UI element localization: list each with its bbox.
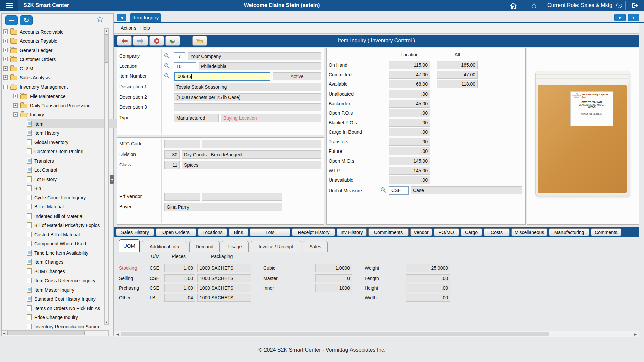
- sidebar-item-transfers[interactable]: Transfers: [27, 156, 127, 165]
- tab-costs[interactable]: Costs: [484, 228, 510, 236]
- refresh-button[interactable]: ↻: [20, 15, 33, 25]
- document-icon: [27, 213, 32, 219]
- location-code-input[interactable]: 10: [174, 62, 196, 70]
- expander-icon[interactable]: +: [3, 29, 8, 34]
- tab-item-inquiry[interactable]: Item Inquiry: [130, 13, 161, 22]
- tab-commitments[interactable]: Commitments: [368, 228, 409, 236]
- subtab-invoice-receipt[interactable]: Invoice / Receipt: [251, 241, 301, 252]
- sidebar-favorite-icon[interactable]: ☆: [96, 14, 104, 24]
- tab-open-orders[interactable]: Open Orders: [156, 228, 196, 236]
- expander-icon[interactable]: +: [13, 103, 18, 108]
- sidebar-item-item[interactable]: Item: [27, 119, 126, 128]
- sidebar-item-bom-price-qty-explosion[interactable]: Bill of Material Price/Qty Explos: [27, 221, 127, 230]
- subtab-demand[interactable]: Demand: [189, 241, 220, 252]
- sidebar-item-file-maintenance[interactable]: +File Maintenance: [13, 92, 114, 101]
- sidebar-item-standard-cost-history-inquiry[interactable]: Standard Cost History Inquiry: [27, 294, 127, 303]
- sidebar-item-customer-item-pricing[interactable]: Customer / Item Pricing: [27, 147, 127, 156]
- tab-inv-history[interactable]: Inv History: [337, 228, 367, 236]
- sidebar-item-item-cross-reference-inquiry[interactable]: Item Cross Reference Inquiry: [27, 276, 127, 285]
- sidebar-item-bill-of-material[interactable]: Bill of Material: [27, 202, 127, 211]
- logout-icon[interactable]: [629, 2, 641, 9]
- expander-icon[interactable]: +: [3, 66, 8, 71]
- menu-help[interactable]: Help: [140, 25, 150, 31]
- tab-bins[interactable]: Bins: [229, 228, 248, 236]
- item-search-icon[interactable]: [164, 73, 170, 79]
- sidebar-item-items-on-orders-no-pick-bin[interactable]: Items on Orders No Pick Bin As: [27, 304, 127, 313]
- sidebar-item-customer-orders[interactable]: +Customer Orders: [3, 55, 104, 64]
- home-icon[interactable]: [507, 2, 519, 9]
- tree-vertical-scrollbar[interactable]: [104, 33, 109, 320]
- tab-locations[interactable]: Locations: [198, 228, 227, 236]
- expander-icon[interactable]: +: [3, 48, 8, 52]
- label-fine-print: [573, 109, 610, 112]
- expander-icon[interactable]: +: [3, 39, 8, 43]
- prev-tab-button[interactable]: ◀: [117, 14, 126, 21]
- expander-icon[interactable]: +: [3, 75, 8, 80]
- tree-scroll-left[interactable]: ◀: [2, 331, 6, 335]
- subtab-additional-info[interactable]: Additional Info: [142, 241, 187, 252]
- menu-button[interactable]: [0, 0, 18, 11]
- sidebar-item-crm[interactable]: +C.R.M.: [3, 64, 104, 73]
- tab-manufacturing[interactable]: Manufacturing: [549, 228, 589, 236]
- sidebar-item-cycle-count-item-inquiry[interactable]: Cycle Count Item Inquiry: [27, 193, 127, 202]
- sidebar-item-sales-analysis[interactable]: +Sales Analysis: [3, 73, 104, 82]
- uom-search-icon[interactable]: [380, 187, 386, 193]
- sidebar-item-time-line-item-availability[interactable]: Time Line Item Availability: [27, 248, 127, 257]
- subtab-sales[interactable]: Sales: [303, 241, 328, 252]
- sidebar-item-item-changes[interactable]: Item Changes: [27, 257, 127, 266]
- tab-miscellaneous[interactable]: Miscellaneous: [511, 228, 547, 236]
- tree-scroll-up[interactable]: ▲: [104, 28, 109, 33]
- prf-vendor-label: Prf Vendor: [119, 194, 142, 199]
- uom-code-input[interactable]: CSE: [389, 186, 409, 195]
- sidebar-item-global-inventory[interactable]: Global Inventory: [27, 138, 127, 147]
- sidebar-item-component-where-used[interactable]: Component Where Used: [27, 239, 127, 248]
- sidebar-item-inventory-management[interactable]: −Inventory Management: [3, 82, 104, 92]
- sidebar-item-bin[interactable]: Bin: [27, 184, 127, 193]
- next-tab-button[interactable]: ▶: [614, 14, 626, 21]
- expander-icon[interactable]: −: [13, 112, 18, 117]
- sidebar-item-item-master-inquiry[interactable]: Item Master Inquiry: [27, 285, 127, 294]
- sidebar-item-costed-bill-of-material[interactable]: Costed Bill of Material: [27, 230, 127, 239]
- sidebar-item-inquiry[interactable]: −Inquiry: [13, 110, 114, 119]
- expander-icon[interactable]: +: [3, 57, 8, 61]
- tab-comments[interactable]: Comments: [591, 228, 621, 236]
- main-scroll-right[interactable]: ▶: [633, 332, 638, 336]
- main-scroll-left[interactable]: ◀: [115, 332, 120, 336]
- sidebar-item-accounts-receivable[interactable]: +Accounts Receivable: [3, 27, 104, 36]
- main-scroll-thumb[interactable]: [121, 332, 549, 336]
- tree-scroll-down[interactable]: ▼: [104, 320, 109, 325]
- tab-po-mo[interactable]: PO/MO: [434, 228, 459, 236]
- sidebar-item-item-history[interactable]: Item History: [27, 128, 127, 137]
- menu-actions[interactable]: Actions: [121, 25, 136, 31]
- sidebar-item-accounts-payable[interactable]: +Accounts Payable: [3, 36, 104, 45]
- company-code-input[interactable]: 7: [174, 52, 185, 60]
- sidebar-item-inventory-reconciliation-summary[interactable]: Inventory Reconciliation Summ: [27, 322, 127, 331]
- subtab-uom[interactable]: UOM: [119, 239, 140, 252]
- role-dropdown-icon[interactable]: ∨: [616, 3, 622, 8]
- tab-receipt-history[interactable]: Receipt History: [292, 228, 335, 236]
- tab-cargo[interactable]: Cargo: [461, 228, 482, 236]
- sidebar-item-indented-bill-of-material[interactable]: Indented Bill of Material: [27, 212, 127, 221]
- collapse-all-button[interactable]: [5, 15, 18, 25]
- sidebar-item-general-ledger[interactable]: +General Ledger: [3, 46, 104, 55]
- sidebar-item-daily-transaction-processing[interactable]: +Daily Transaction Processing: [13, 101, 114, 110]
- location-search-icon[interactable]: [164, 63, 170, 69]
- tree-hscroll-thumb[interactable]: [7, 331, 85, 335]
- divider: [161, 139, 162, 223]
- sidebar-item-lot-control[interactable]: Lot Control: [27, 165, 127, 174]
- favorite-star-icon[interactable]: ☆: [528, 2, 540, 9]
- current-role[interactable]: Current Role: Sales & Mktg: [547, 2, 612, 8]
- sidebar-item-bom-changes[interactable]: BOM Changes: [27, 267, 127, 276]
- subtab-usage[interactable]: Usage: [222, 241, 249, 252]
- company-search-icon[interactable]: [164, 53, 170, 59]
- tab-lots[interactable]: Lots: [250, 228, 290, 236]
- sidebar-collapse-handle[interactable]: ◀: [110, 175, 114, 184]
- tab-list-button[interactable]: ▼: [628, 14, 639, 21]
- item-number-input[interactable]: I00985: [174, 72, 270, 81]
- tab-vendor[interactable]: Vendor: [410, 228, 432, 236]
- tab-sales-history[interactable]: Sales History: [116, 228, 154, 236]
- tree-scroll-thumb[interactable]: [105, 34, 108, 63]
- expander-icon[interactable]: +: [13, 94, 18, 98]
- expander-icon[interactable]: −: [3, 85, 8, 89]
- sidebar-item-price-change-inquiry[interactable]: Price Change Inquiry: [27, 313, 127, 322]
